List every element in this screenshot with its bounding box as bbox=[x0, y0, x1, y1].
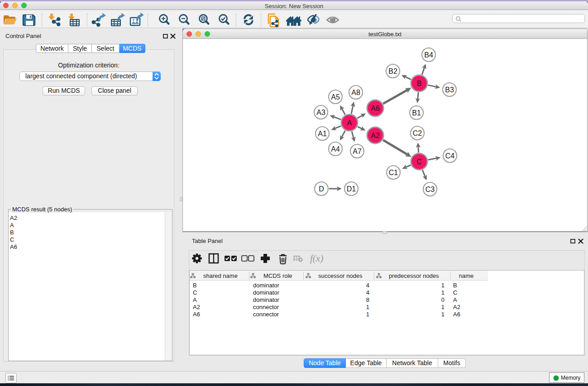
svg-text:C4: C4 bbox=[445, 152, 455, 160]
svg-text:A6: A6 bbox=[371, 105, 380, 112]
svg-text:C1: C1 bbox=[389, 169, 398, 176]
svg-text:A5: A5 bbox=[331, 93, 340, 101]
svg-text:C3: C3 bbox=[425, 186, 435, 193]
svg-text:B: B bbox=[417, 80, 422, 87]
svg-text:A8: A8 bbox=[351, 89, 360, 96]
svg-text:C: C bbox=[416, 158, 422, 166]
svg-text:A4: A4 bbox=[331, 145, 340, 153]
svg-text:B3: B3 bbox=[445, 86, 454, 94]
svg-text:C2: C2 bbox=[413, 129, 422, 137]
svg-text:D: D bbox=[319, 185, 324, 193]
svg-text:A: A bbox=[347, 119, 352, 127]
svg-text:A2: A2 bbox=[371, 132, 380, 139]
svg-text:B2: B2 bbox=[388, 67, 397, 75]
svg-text:A7: A7 bbox=[353, 148, 362, 155]
svg-text:A1: A1 bbox=[318, 130, 327, 138]
svg-text:D1: D1 bbox=[347, 185, 356, 193]
svg-text:B1: B1 bbox=[412, 109, 421, 117]
svg-text:A3: A3 bbox=[316, 109, 325, 116]
svg-text:f(x): f(x) bbox=[310, 253, 323, 264]
svg-text:B4: B4 bbox=[424, 51, 433, 59]
